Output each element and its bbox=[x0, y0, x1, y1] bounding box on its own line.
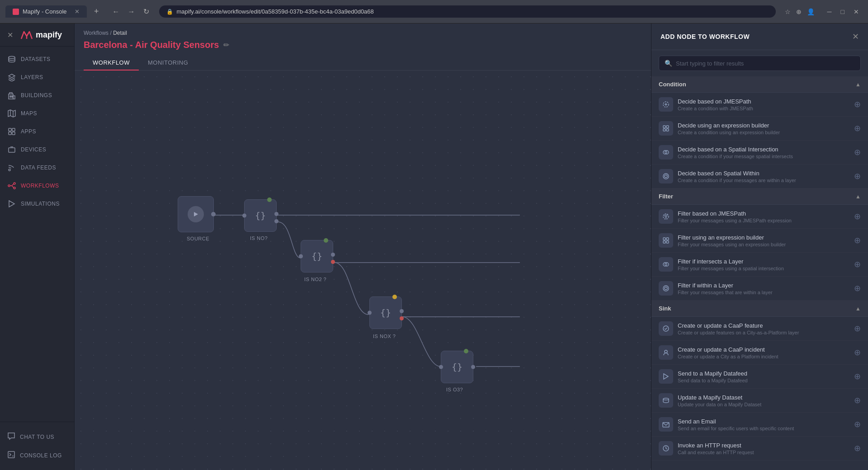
mapify-datafeed-text: Send to a Mapify Datafeed Send data to a… bbox=[678, 370, 849, 383]
add-intersects-filter-button[interactable]: ⊕ bbox=[854, 259, 861, 269]
sidebar-item-data-feeds[interactable]: DATA FEEDS bbox=[0, 159, 74, 177]
add-jmespath-condition-button[interactable]: ⊕ bbox=[854, 99, 861, 109]
filter-chevron-icon: ▲ bbox=[855, 193, 861, 200]
item-caap-incident[interactable]: Create or update a CaaP incident Create … bbox=[651, 341, 868, 365]
item-spatial-within-condition[interactable]: Decide based on Spatial Within Create a … bbox=[651, 164, 868, 188]
add-mapify-datafeed-button[interactable]: ⊕ bbox=[854, 371, 861, 381]
item-within-filter[interactable]: Filter if within a Layer Filter your mes… bbox=[651, 277, 868, 301]
is-nox-output-true[interactable] bbox=[400, 309, 404, 313]
console-log-button[interactable]: CONSOLE LOG bbox=[0, 446, 74, 465]
breadcrumb: Workflows / Detail bbox=[75, 24, 651, 38]
node-is-no2[interactable]: {} bbox=[301, 240, 333, 273]
node-search-box[interactable]: 🔍 bbox=[659, 56, 861, 71]
workflow-canvas[interactable]: SOURCE {} IS NO? {} IS NO2 ? {} bbox=[75, 70, 651, 470]
is-no2-input-connector[interactable] bbox=[299, 254, 303, 258]
minimize-button[interactable]: ─ bbox=[824, 7, 835, 16]
close-window-button[interactable]: ✕ bbox=[850, 7, 863, 16]
add-send-email-button[interactable]: ⊕ bbox=[854, 419, 861, 429]
jmespath-condition-desc: Create a condition with JMESPath bbox=[678, 106, 849, 111]
tab-workflow[interactable]: WORKFLOW bbox=[84, 56, 139, 70]
item-mapify-datafeed[interactable]: Send to a Mapify Datafeed Send data to a… bbox=[651, 365, 868, 389]
sidebar-close-button[interactable]: ✕ bbox=[7, 31, 13, 39]
is-o3-output-connector[interactable] bbox=[471, 365, 475, 369]
item-caap-feature[interactable]: Create or update a CaaP feature Create o… bbox=[651, 317, 868, 341]
sidebar-item-maps[interactable]: MAPS bbox=[0, 104, 74, 122]
is-no-input-connector[interactable] bbox=[242, 214, 246, 218]
page-header: Barcelona - Air Quality Sensors ✏ bbox=[75, 38, 651, 56]
svg-point-45 bbox=[663, 398, 669, 400]
send-email-desc: Send an email for specific users with sp… bbox=[678, 426, 849, 431]
maximize-button[interactable]: □ bbox=[837, 7, 848, 16]
tab-close-button[interactable]: ✕ bbox=[75, 8, 80, 15]
source-output-connector[interactable] bbox=[211, 212, 216, 216]
sidebar-item-simulations[interactable]: SIMULATIONS bbox=[0, 195, 74, 213]
expression-condition-desc: Create a condition using an expression b… bbox=[678, 130, 849, 135]
tab-monitoring[interactable]: MONITORING bbox=[139, 56, 197, 70]
item-spatial-intersection-condition[interactable]: Decide based on a Spatial Intersection C… bbox=[651, 141, 868, 164]
condition-section-header[interactable]: Condition ▲ bbox=[651, 76, 868, 93]
node-source[interactable] bbox=[178, 196, 214, 232]
sidebar-item-layers[interactable]: LAYERS bbox=[0, 68, 74, 86]
edit-title-button[interactable]: ✏ bbox=[223, 41, 229, 49]
sink-section-header[interactable]: Sink ▲ bbox=[651, 301, 868, 317]
jmespath-filter-name: Filter based on JMESPath bbox=[678, 210, 849, 217]
browser-tab[interactable]: Mapify - Console ✕ bbox=[5, 5, 87, 18]
is-nox-input-connector[interactable] bbox=[368, 311, 372, 315]
console-log-label: CONSOLE LOG bbox=[20, 452, 62, 459]
extensions-button[interactable]: ⊕ bbox=[794, 6, 803, 17]
is-no2-output-true[interactable] bbox=[331, 253, 335, 257]
new-tab-button[interactable]: + bbox=[90, 5, 103, 18]
source-play-button bbox=[188, 206, 204, 222]
add-mapify-dataset-button[interactable]: ⊕ bbox=[854, 395, 861, 405]
add-caap-incident-button[interactable]: ⊕ bbox=[854, 348, 861, 357]
filter-section-header[interactable]: Filter ▲ bbox=[651, 188, 868, 205]
item-expression-condition[interactable]: Decide using an expression builder Creat… bbox=[651, 117, 868, 141]
add-expression-filter-button[interactable]: ⊕ bbox=[854, 235, 861, 245]
item-jmespath-condition[interactable]: Decide based on JMESPath Create a condit… bbox=[651, 93, 868, 117]
item-expression-filter[interactable]: Filter using an expression builder Filte… bbox=[651, 229, 868, 253]
forward-button[interactable]: → bbox=[125, 5, 138, 18]
add-within-filter-button[interactable]: ⊕ bbox=[854, 283, 861, 293]
is-no-output-true[interactable] bbox=[274, 212, 278, 216]
node-is-o3[interactable]: {} bbox=[441, 351, 473, 383]
panel-close-button[interactable]: ✕ bbox=[852, 32, 859, 42]
item-mapify-dataset[interactable]: Update a Mapify Dataset Update your data… bbox=[651, 389, 868, 413]
chat-to-us-button[interactable]: CHAT TO US bbox=[0, 428, 74, 446]
bookmark-button[interactable]: ☆ bbox=[783, 6, 793, 17]
sidebar-item-workflows[interactable]: WORKFLOWS bbox=[0, 177, 74, 195]
send-email-text: Send an Email Send an email for specific… bbox=[678, 418, 849, 431]
is-no2-output-false[interactable] bbox=[331, 260, 335, 264]
address-bar[interactable]: 🔒 mapify.ai/console/workflows/edit/0a583… bbox=[159, 5, 776, 18]
item-intersects-filter[interactable]: Filter if intersects a Layer Filter your… bbox=[651, 253, 868, 277]
is-o3-input-connector[interactable] bbox=[439, 365, 443, 369]
refresh-button[interactable]: ↻ bbox=[141, 5, 152, 18]
node-is-no[interactable]: {} bbox=[244, 199, 277, 232]
svg-point-43 bbox=[665, 350, 667, 353]
node-braces-is-o3: {} bbox=[452, 362, 462, 372]
node-search-input[interactable] bbox=[676, 60, 855, 67]
add-jmespath-filter-button[interactable]: ⊕ bbox=[854, 212, 861, 221]
svg-marker-44 bbox=[664, 374, 668, 379]
item-send-email[interactable]: Send an Email Send an email for specific… bbox=[651, 413, 868, 437]
add-http-request-button[interactable]: ⊕ bbox=[854, 443, 861, 453]
node-is-nox[interactable]: {} bbox=[369, 296, 402, 329]
item-jmespath-filter[interactable]: Filter based on JMESPath Filter your mes… bbox=[651, 205, 868, 229]
sidebar-item-buildings[interactable]: BUILDINGS bbox=[0, 86, 74, 104]
add-spatial-within-button[interactable]: ⊕ bbox=[854, 171, 861, 181]
breadcrumb-parent[interactable]: Workflows bbox=[84, 30, 108, 36]
back-button[interactable]: ← bbox=[110, 5, 123, 18]
profile-button[interactable]: 👤 bbox=[805, 6, 816, 17]
sidebar-item-apps[interactable]: APPS bbox=[0, 122, 74, 141]
add-expression-condition-button[interactable]: ⊕ bbox=[854, 123, 861, 133]
is-no-output-false[interactable] bbox=[274, 219, 278, 223]
item-http-request[interactable]: Invoke an HTTP request Call and execute … bbox=[651, 437, 868, 461]
mapify-datafeed-desc: Send data to a Mapify Datafeed bbox=[678, 378, 849, 383]
add-caap-feature-button[interactable]: ⊕ bbox=[854, 324, 861, 334]
is-nox-output-false[interactable] bbox=[400, 316, 404, 320]
sidebar-item-datasets[interactable]: DATASETS bbox=[0, 50, 74, 68]
add-spatial-intersection-button[interactable]: ⊕ bbox=[854, 147, 861, 157]
within-filter-icon bbox=[659, 281, 673, 296]
sidebar-item-devices[interactable]: DEVICES bbox=[0, 141, 74, 159]
svg-point-13 bbox=[9, 169, 10, 171]
intersects-filter-icon bbox=[659, 257, 673, 272]
